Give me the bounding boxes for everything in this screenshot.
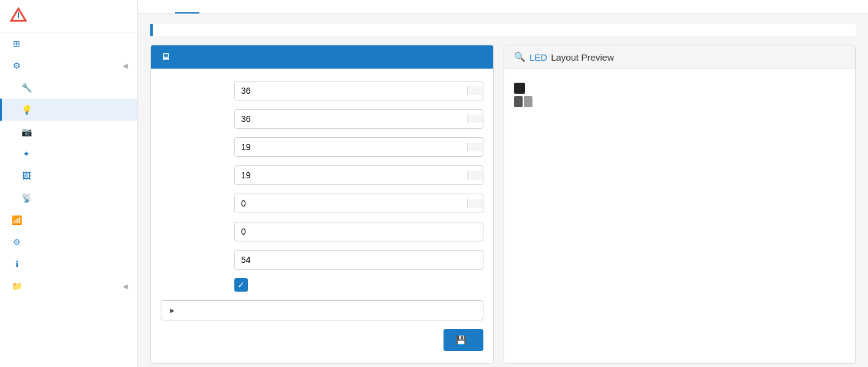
input-group-top [234, 81, 483, 100]
sidebar-item-support[interactable]: ℹ [0, 253, 137, 275]
field-left [161, 137, 483, 157]
field-input-position [161, 250, 483, 270]
sidebar-item-effects[interactable]: ✦ [0, 143, 137, 165]
legend-item-first [514, 83, 845, 94]
preview-body [504, 69, 855, 311]
legend-double-gray [514, 96, 532, 107]
button-row: 💾 [161, 329, 483, 351]
logo-area [0, 0, 137, 32]
logo-icon [10, 7, 27, 25]
led-preview-panel: 🔍 LED Layout Preview [504, 45, 856, 364]
suffix-top [467, 86, 483, 95]
input-left[interactable] [235, 138, 467, 156]
preview-title-led: LED [529, 52, 547, 62]
chevron-down-icon: ◀ [123, 282, 128, 290]
preview-title-rest: Layout Preview [551, 52, 614, 62]
sidebar: ⊞ ⚙ ◀ 🔧 💡 📷 ✦ 🖼 📡 [0, 0, 138, 367]
input-group-gap-length [234, 194, 483, 213]
monitor-icon: 🖥 [161, 51, 171, 62]
input-group-bottom [234, 109, 483, 129]
network-icon: 📡 [21, 193, 31, 203]
input-top[interactable] [235, 81, 467, 100]
legend-gray2 [524, 96, 532, 107]
bulb-icon: 💡 [21, 105, 31, 115]
info-banner [150, 24, 856, 36]
layout-container: 🖥 [150, 45, 856, 364]
tab-bar [138, 0, 868, 14]
field-gap-position [161, 222, 483, 241]
folder-icon: 📁 [12, 281, 21, 291]
sidebar-item-capturing-hardware[interactable]: 📷 [0, 121, 137, 143]
classic-layout-panel: 🖥 [150, 45, 494, 364]
sidebar-item-image-processing[interactable]: 🖼 [0, 165, 137, 187]
sidebar-item-remote-control[interactable]: 📶 [0, 209, 137, 231]
suffix-right [467, 171, 483, 180]
classic-panel-header: 🖥 [151, 45, 493, 69]
sidebar-item-general[interactable]: 🔧 [0, 77, 137, 99]
info-icon: ℹ [12, 259, 21, 269]
input-bottom[interactable] [235, 110, 467, 128]
field-gap-length [161, 194, 483, 213]
sidebar-item-system[interactable]: 📁 ◀ [0, 275, 137, 297]
config-icon: ⚙ [12, 237, 21, 247]
suffix-left [467, 143, 483, 151]
save-icon: 💾 [456, 335, 466, 345]
camera-icon: 📷 [21, 127, 31, 137]
tab-led-layout[interactable] [175, 0, 199, 13]
preview-header: 🔍 LED Layout Preview [504, 45, 855, 69]
legend-item-direction [514, 96, 845, 107]
sidebar-item-configuration[interactable]: ⚙ ◀ [0, 55, 137, 77]
input-gap-position[interactable] [234, 222, 483, 241]
input-group-left [234, 137, 483, 157]
wifi-icon: 📶 [12, 215, 21, 225]
effects-icon: ✦ [21, 149, 31, 159]
main-content: 🖥 [138, 0, 868, 367]
save-layout-button[interactable]: 💾 [444, 329, 483, 351]
chevron-icon: ◀ [123, 62, 128, 70]
legend-gray1 [514, 96, 523, 107]
input-right[interactable] [235, 166, 467, 184]
input-input-position[interactable] [234, 250, 483, 270]
tab-led-controller[interactable] [150, 0, 175, 13]
suffix-bottom [467, 115, 483, 123]
field-bottom [161, 109, 483, 129]
content-area: 🖥 [138, 14, 868, 367]
sidebar-item-led-hardware[interactable]: 💡 [0, 99, 137, 121]
field-right [161, 165, 483, 185]
sidebar-item-effects-configurator[interactable]: ⚙ [0, 231, 137, 253]
legend-color-black [514, 83, 525, 94]
input-gap-length[interactable] [235, 194, 467, 213]
input-group-right [234, 165, 483, 185]
led-canvas [514, 113, 845, 303]
dashboard-icon: ⊞ [12, 39, 21, 48]
field-reverse-direction: ✓ [161, 278, 483, 292]
gear-icon: ⚙ [12, 61, 21, 70]
suffix-gap-length [467, 199, 483, 208]
sidebar-nav: ⊞ ⚙ ◀ 🔧 💡 📷 ✦ 🖼 📡 [0, 32, 137, 367]
wrench-icon: 🔧 [21, 83, 31, 93]
checkbox-reverse-direction[interactable]: ✓ [234, 278, 248, 292]
sidebar-item-dashboard[interactable]: ⊞ [0, 32, 137, 55]
advanced-settings-toggle[interactable] [161, 300, 483, 320]
legend [514, 83, 845, 107]
image-icon: 🖼 [21, 171, 31, 181]
field-top [161, 81, 483, 100]
classic-panel-body: ✓ 💾 [151, 69, 493, 363]
search-icon: 🔍 [514, 51, 526, 62]
sidebar-item-network-services[interactable]: 📡 [0, 187, 137, 209]
